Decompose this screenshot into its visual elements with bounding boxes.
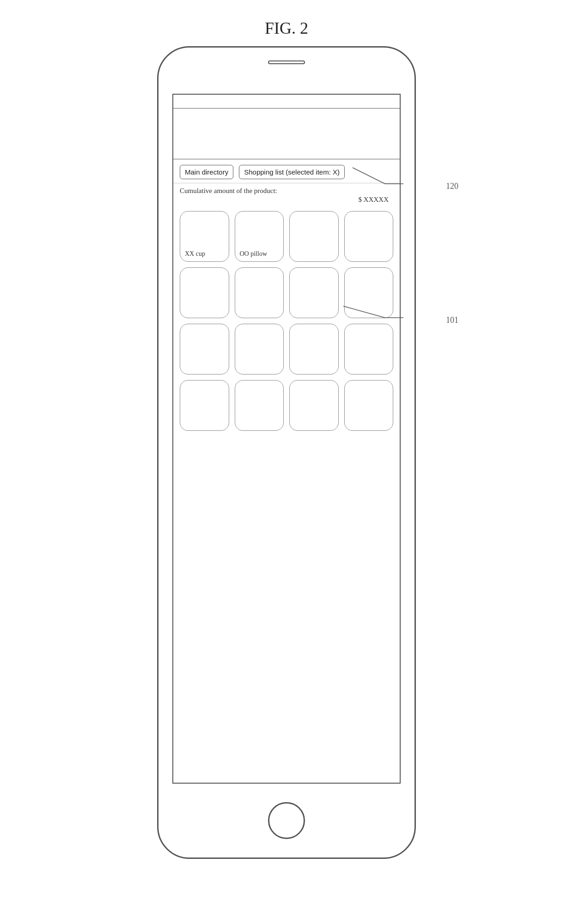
product-cell-13[interactable] [180,380,229,431]
product-cell-4[interactable] [344,211,394,262]
page-container: FIG. 2 Main directory Shopping list (sel… [0,0,573,924]
phone-device: Main directory Shopping list (selected i… [157,46,416,859]
product-cell-16[interactable] [344,380,394,431]
product-cell-10[interactable] [235,324,284,374]
annotation-101: 101 [446,315,458,325]
product-cell-1[interactable]: XX cup [180,211,229,262]
tab-main-directory[interactable]: Main directory [180,165,233,179]
annotation-120: 120 [446,181,458,191]
product-cell-3[interactable] [289,211,339,262]
product-cell-5[interactable] [180,267,229,318]
product-cell-6[interactable] [235,267,284,318]
cumulative-label: Cumulative amount of the product: [180,187,393,195]
product-cell-2[interactable]: OO pillow [235,211,284,262]
product-cell-15[interactable] [289,380,339,431]
product-cell-9[interactable] [180,324,229,374]
home-button[interactable] [268,802,305,839]
product-cell-8[interactable] [344,267,394,318]
phone-screen: Main directory Shopping list (selected i… [172,94,401,784]
figure-title: FIG. 2 [0,18,573,38]
cumulative-value: $ XXXXX [180,196,393,204]
info-area: Cumulative amount of the product: $ XXXX… [173,183,400,205]
product-cell-7[interactable] [289,267,339,318]
product-grid: XX cupOO pillow [173,205,400,436]
tab-bar: Main directory Shopping list (selected i… [173,159,400,183]
product-cell-11[interactable] [289,324,339,374]
phone-speaker [268,60,305,64]
product-cell-14[interactable] [235,380,284,431]
product-cell-12[interactable] [344,324,394,374]
header-area [173,109,400,159]
status-bar [173,95,400,109]
tab-shopping-list[interactable]: Shopping list (selected item: X) [239,165,345,179]
